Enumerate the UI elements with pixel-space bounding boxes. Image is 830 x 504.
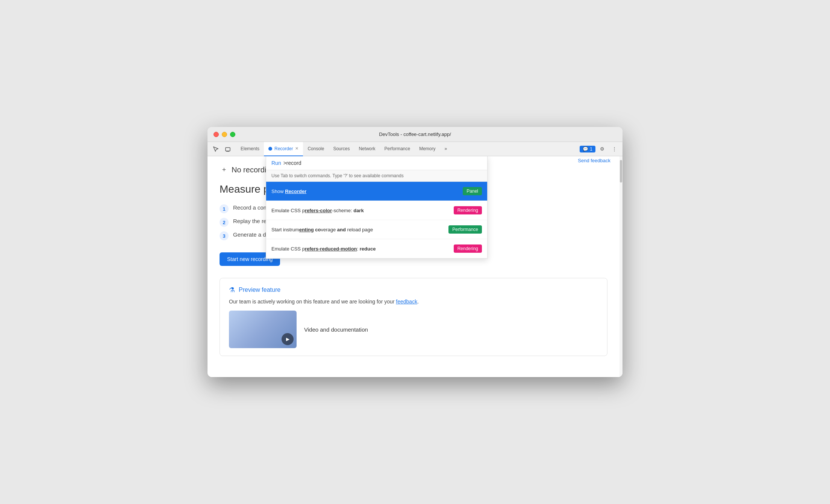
tab-more[interactable]: » [440,142,452,156]
cmd-match-coverage: enting [299,227,314,232]
device-toolbar-icon[interactable] [223,144,233,154]
cmd-badge-rendering-1: Rendering [454,206,482,214]
preview-body: Our team is actively working on this fea… [229,299,598,305]
step-2-number: 2 [220,218,229,227]
devtools-window: DevTools - coffee-cart.netlify.app/ Elem… [208,127,622,377]
plus-icon: + [222,166,226,174]
send-feedback-link[interactable]: Send feedback [578,156,610,165]
devtools-body: + No recordings Send feedback Measure pe… [208,156,622,377]
minimize-button[interactable] [222,132,227,137]
cmd-item-show-recorder[interactable]: Show Recorder Panel [266,182,487,201]
svg-rect-0 [226,148,230,151]
tab-more-label: » [445,146,447,151]
cmd-input-value[interactable]: >record [283,160,482,166]
video-thumbnail[interactable]: ▶ [229,311,297,348]
preview-section: ⚗ Preview feature Our team is actively w… [220,278,607,356]
step-1-number: 1 [220,204,229,213]
flask-icon: ⚗ [229,286,235,294]
feedback-button[interactable]: 💬 1 [580,146,595,152]
settings-icon[interactable]: ⚙ [597,144,607,154]
feedback-count: 1 [590,146,592,152]
cmd-item-emulate-motion[interactable]: Emulate CSS prefers-reduced-motion: redu… [266,239,487,258]
cmd-badge-rendering-2: Rendering [454,244,482,253]
play-icon: ▶ [282,333,294,345]
cmd-run-label: Run [271,160,281,166]
tab-performance[interactable]: Performance [380,142,415,156]
video-doc-label: Video and documentation [304,326,368,333]
cmd-item-coverage-text: Start instrumenting coverage and reload … [271,227,445,232]
preview-video-section: ▶ Video and documentation [229,311,598,348]
maximize-button[interactable] [230,132,235,137]
traffic-lights [214,132,235,137]
tab-memory-label: Memory [419,146,435,151]
tab-network-label: Network [359,146,375,151]
cmd-item-show-recorder-text: Show Recorder [271,189,460,194]
cmd-item-emulate-dark[interactable]: Emulate CSS prefers-color-scheme: dark R… [266,201,487,220]
tab-console-label: Console [307,146,324,151]
cmd-badge-panel: Panel [463,187,482,195]
tab-console[interactable]: Console [303,142,329,156]
tab-performance-label: Performance [384,146,410,151]
cmd-item-emulate-motion-text: Emulate CSS prefers-reduced-motion: redu… [271,246,451,252]
scrollbar-thumb[interactable] [620,160,622,183]
tab-elements-label: Elements [241,146,259,151]
step-3-number: 3 [220,231,229,240]
tab-icons [211,144,233,154]
tab-recorder[interactable]: Recorder ✕ [264,142,303,156]
recorder-icon [268,147,272,151]
add-recording-button[interactable]: + [220,165,229,174]
tab-network[interactable]: Network [354,142,380,156]
command-palette: Run >record Use Tab to switch commands. … [266,156,488,259]
cmd-match-color: refers-color [305,208,332,213]
close-button[interactable] [214,132,219,137]
cmd-items-list: Show Recorder Panel Emulate CSS prefers-… [266,182,487,258]
devtools-tab-bar: Elements Recorder ✕ Console Sources Netw… [208,142,622,156]
cmd-match-recorder: Recorder [285,189,306,194]
more-options-icon[interactable]: ⋮ [609,144,619,154]
title-bar: DevTools - coffee-cart.netlify.app/ [208,127,622,142]
scrollbar[interactable] [619,156,622,377]
feedback-icon: 💬 [583,146,588,152]
tab-sources-label: Sources [333,146,350,151]
inspect-element-icon[interactable] [211,144,221,154]
cmd-badge-performance: Performance [448,225,482,234]
cmd-hint: Use Tab to switch commands. Type '?' to … [266,170,487,182]
tab-recorder-label: Recorder [274,146,293,151]
preview-header: ⚗ Preview feature [229,286,598,294]
feedback-link[interactable]: feedback [396,299,417,305]
tab-sources[interactable]: Sources [329,142,354,156]
tab-recorder-close[interactable]: ✕ [295,146,298,151]
tabs-right: 💬 1 ⚙ ⋮ [580,144,619,154]
tab-elements[interactable]: Elements [236,142,264,156]
cmd-item-coverage[interactable]: Start instrumenting coverage and reload … [266,220,487,239]
recorder-panel: + No recordings Send feedback Measure pe… [208,156,619,377]
tabs-list: Elements Recorder ✕ Console Sources Netw… [236,142,580,156]
window-title: DevTools - coffee-cart.netlify.app/ [379,131,451,137]
cmd-item-emulate-dark-text: Emulate CSS prefers-color-scheme: dark [271,208,451,213]
preview-title: Preview feature [239,287,280,293]
tab-memory[interactable]: Memory [415,142,440,156]
cmd-match-motion: refers-reduced-motion [305,246,357,252]
cmd-input-row: Run >record [266,156,487,170]
